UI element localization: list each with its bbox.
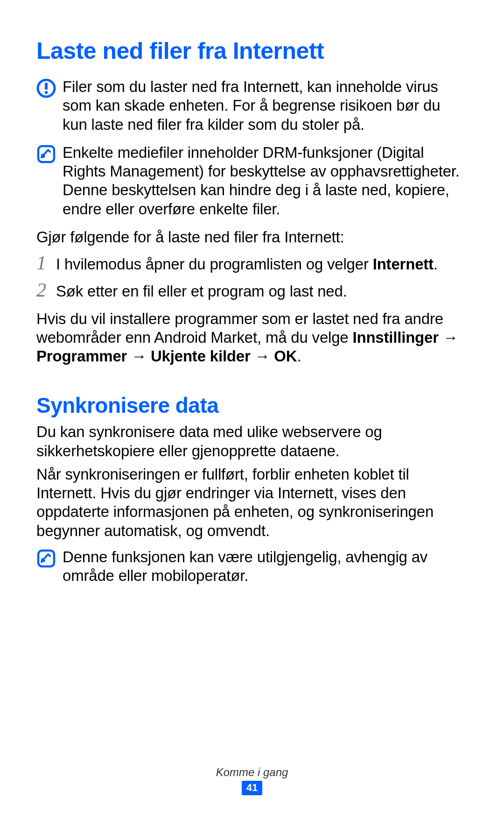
step-number: 2 — [36, 280, 56, 300]
svg-rect-3 — [38, 146, 54, 162]
intro-text: Gjør følgende for å laste ned filer fra … — [36, 228, 468, 247]
paragraph: Du kan synkronisere data med ulike webse… — [36, 423, 468, 460]
followup-suffix: . — [297, 347, 301, 365]
warning-note: Filer som du laster ned fra Internett, k… — [36, 78, 468, 134]
step-number: 1 — [36, 253, 56, 273]
footer-chapter: Komme i gang — [0, 766, 504, 779]
document-page: Laste ned filer fra Internett Filer som … — [0, 0, 504, 585]
svg-rect-1 — [45, 83, 48, 90]
info-note: Enkelte mediefiler inneholder DRM-funksj… — [36, 143, 468, 219]
note-icon — [36, 143, 63, 164]
section-heading: Synkronisere data — [36, 393, 468, 418]
followup-text: Hvis du vil installere programmer som er… — [36, 310, 468, 366]
step1-prefix: I hvilemodus åpner du programlisten og v… — [56, 255, 373, 273]
paragraph: Når synkroniseringen er fullført, forbli… — [36, 465, 468, 540]
info-note: Denne funksjonen kan være utilgjengelig,… — [36, 548, 468, 586]
info-text: Enkelte mediefiler inneholder DRM-funksj… — [63, 143, 468, 219]
warning-icon — [36, 78, 63, 98]
step-1: 1 I hvilemodus åpner du programlisten og… — [36, 253, 468, 274]
info-text: Denne funksjonen kan være utilgjengelig,… — [63, 548, 468, 586]
step-2: 2 Søk etter en fil eller et program og l… — [36, 280, 468, 301]
step1-suffix: . — [434, 255, 438, 273]
step1-bold: Internett — [373, 255, 434, 273]
page-number-badge: 41 — [242, 781, 262, 795]
svg-rect-4 — [38, 551, 54, 566]
step-text: Søk etter en fil eller et program og las… — [56, 280, 347, 301]
svg-point-2 — [45, 91, 48, 94]
section-heading: Laste ned filer fra Internett — [36, 37, 468, 64]
note-icon — [36, 548, 63, 568]
step-text: I hvilemodus åpner du programlisten og v… — [56, 253, 438, 274]
page-footer: Komme i gang 41 — [0, 766, 504, 795]
warning-text: Filer som du laster ned fra Internett, k… — [63, 78, 468, 134]
